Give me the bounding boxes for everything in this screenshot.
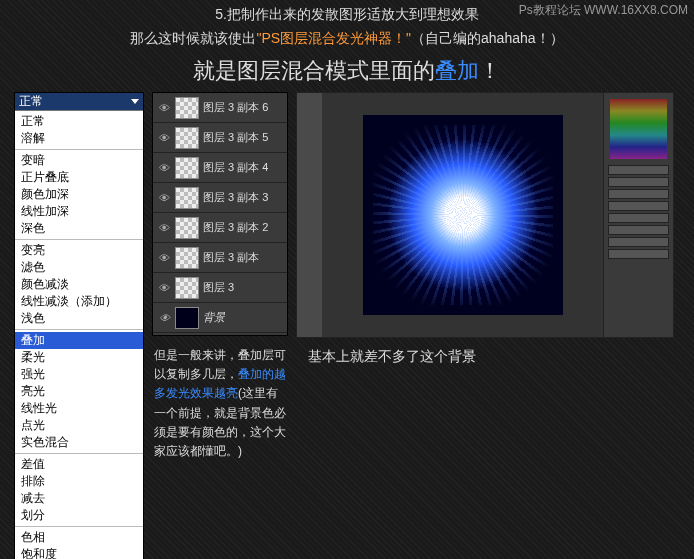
blend-mode-option[interactable]: 线性加深 [15,203,143,220]
panel-row [608,165,669,175]
panel-row [608,213,669,223]
blend-mode-option[interactable]: 实色混合 [15,434,143,451]
blend-mode-option[interactable]: 叠加 [15,332,143,349]
glow-effect [373,125,553,305]
visibility-eye-icon[interactable]: 👁 [157,161,171,175]
blend-mode-option[interactable]: 饱和度 [15,546,143,559]
blend-mode-dropdown[interactable]: 正常 正常溶解变暗正片叠底颜色加深线性加深深色变亮滤色颜色减淡线性减淡（添加）浅… [14,92,144,559]
blend-mode-option[interactable]: 变暗 [15,152,143,169]
layer-thumbnail [175,307,199,329]
blend-mode-option[interactable]: 减去 [15,490,143,507]
blend-mode-option[interactable]: 线性减淡（添加） [15,293,143,310]
big-headline: 就是图层混合模式里面的叠加！ [0,48,694,92]
visibility-eye-icon[interactable]: 👁 [157,311,171,325]
blend-mode-option[interactable]: 点光 [15,417,143,434]
layer-row[interactable]: 👁图层 3 副本 5 [153,123,287,153]
chevron-down-icon [131,99,139,104]
visibility-eye-icon[interactable]: 👁 [157,281,171,295]
layer-row[interactable]: 👁图层 3 副本 4 [153,153,287,183]
layer-row[interactable]: 👁图层 3 [153,273,287,303]
layer-thumbnail [175,157,199,179]
blend-mode-selected[interactable]: 正常 [15,93,143,111]
panel-row [608,249,669,259]
ps-canvas-area [323,93,603,337]
blend-mode-option[interactable]: 差值 [15,456,143,473]
layer-row[interactable]: 👁图层 3 副本 2 [153,213,287,243]
blend-mode-option[interactable]: 正常 [15,113,143,130]
blend-mode-option[interactable]: 柔光 [15,349,143,366]
layer-name: 图层 3 副本 5 [203,130,268,145]
panel-row [608,189,669,199]
layer-thumbnail [175,217,199,239]
panel-row [608,201,669,211]
visibility-eye-icon[interactable]: 👁 [157,191,171,205]
layer-thumbnail [175,187,199,209]
layer-row[interactable]: 👁图层 3 副本 3 [153,183,287,213]
preview-caption: 基本上就差不多了这个背景 [296,338,680,366]
blend-mode-option[interactable]: 正片叠底 [15,169,143,186]
description-text: 但是一般来讲，叠加层可以复制多几层，叠加的越多发光效果越亮(这里有一个前提，就是… [152,336,288,461]
blend-mode-option[interactable]: 颜色加深 [15,186,143,203]
color-swatches [610,99,667,159]
ps-panels [603,93,673,337]
layer-name: 图层 3 副本 6 [203,100,268,115]
visibility-eye-icon[interactable]: 👁 [157,131,171,145]
watermark: Ps教程论坛 WWW.16XX8.COM [519,2,688,19]
blend-mode-option[interactable]: 深色 [15,220,143,237]
blend-mode-option[interactable]: 浅色 [15,310,143,327]
visibility-eye-icon[interactable]: 👁 [157,101,171,115]
blend-mode-option[interactable]: 划分 [15,507,143,524]
layer-name: 图层 3 副本 4 [203,160,268,175]
layer-row-background[interactable]: 👁背景 [153,303,287,333]
light-rays [373,125,553,305]
blend-mode-option[interactable]: 强光 [15,366,143,383]
blend-mode-option[interactable]: 色相 [15,529,143,546]
layer-name: 图层 3 副本 [203,250,259,265]
highlight-mode-name: 叠加 [435,58,479,83]
layer-row[interactable]: 👁图层 3 副本 [153,243,287,273]
blend-mode-option[interactable]: 线性光 [15,400,143,417]
highlight-tool-name: "PS图层混合发光神器！" [256,30,411,46]
layer-thumbnail [175,277,199,299]
panel-row [608,177,669,187]
visibility-eye-icon[interactable]: 👁 [157,221,171,235]
blend-mode-option[interactable]: 颜色减淡 [15,276,143,293]
ps-toolbar [297,93,323,337]
sub-title: 那么这时候就该使出"PS图层混合发光神器！"（自己编的ahahaha！） [0,24,694,48]
layer-thumbnail [175,247,199,269]
layer-name: 背景 [203,310,225,325]
layer-name: 图层 3 副本 3 [203,190,268,205]
ps-canvas [363,115,563,315]
panel-row [608,225,669,235]
layer-thumbnail [175,97,199,119]
blend-mode-option[interactable]: 溶解 [15,130,143,147]
blend-mode-option[interactable]: 变亮 [15,242,143,259]
layer-name: 图层 3 [203,280,234,295]
layer-name: 图层 3 副本 2 [203,220,268,235]
step-number: 5. [215,6,227,22]
step-text: 把制作出来的发散图形适放大到理想效果 [227,6,479,22]
panel-row [608,237,669,247]
layers-panel: 👁图层 3 副本 6👁图层 3 副本 5👁图层 3 副本 4👁图层 3 副本 3… [152,92,288,336]
layer-row[interactable]: 👁图层 3 副本 6 [153,93,287,123]
blend-mode-option[interactable]: 滤色 [15,259,143,276]
blend-mode-option[interactable]: 排除 [15,473,143,490]
blend-selected-label: 正常 [19,93,43,110]
layer-thumbnail [175,127,199,149]
visibility-eye-icon[interactable]: 👁 [157,251,171,265]
blend-mode-option[interactable]: 亮光 [15,383,143,400]
photoshop-preview [296,92,674,338]
